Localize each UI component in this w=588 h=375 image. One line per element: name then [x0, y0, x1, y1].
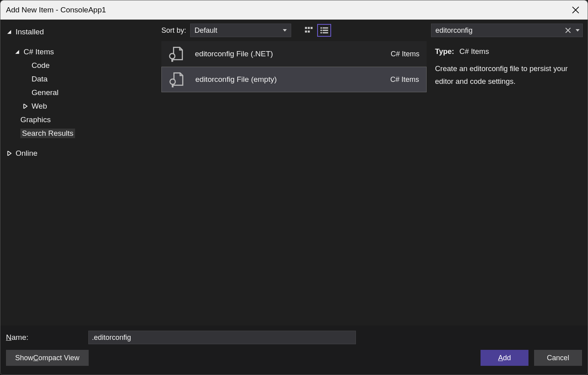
- name-row: Name:: [6, 331, 582, 344]
- svg-rect-17: [323, 32, 328, 33]
- tree-label: Graphics: [20, 115, 51, 124]
- tree-item-data[interactable]: Data: [0, 72, 161, 86]
- svg-point-14: [320, 30, 322, 31]
- svg-marker-2: [7, 30, 11, 34]
- editorconfig-file-icon: [167, 71, 185, 88]
- name-input[interactable]: [88, 331, 356, 344]
- tree-item-csharp[interactable]: C# Items: [0, 45, 161, 59]
- window-title: Add New Item - ConsoleApp1: [6, 6, 106, 14]
- tree-label: Code: [32, 61, 50, 70]
- svg-rect-19: [171, 59, 173, 62]
- svg-rect-7: [305, 27, 307, 29]
- tree-label: General: [32, 88, 59, 97]
- add-button[interactable]: Add: [481, 350, 528, 366]
- category-tree: Installed C# Items Code Data General Web…: [0, 20, 161, 325]
- details-panel: Type: C# Items Create an editorconfig fi…: [427, 20, 588, 325]
- svg-rect-11: [308, 31, 310, 32]
- svg-point-12: [320, 28, 322, 29]
- list-view-button[interactable]: [317, 24, 331, 37]
- svg-point-18: [170, 54, 175, 59]
- template-list: editorconfig File (.NET) C# Items editor…: [161, 41, 427, 325]
- chevron-down-icon: [283, 28, 287, 32]
- search-dropdown-button[interactable]: [573, 24, 582, 37]
- bottom-bar: Name: Show Compact View Add Cancel: [0, 325, 588, 375]
- svg-marker-5: [8, 151, 11, 156]
- svg-point-16: [320, 32, 322, 34]
- type-value: C# Items: [459, 47, 489, 56]
- svg-point-20: [170, 79, 175, 84]
- editorconfig-file-icon: [167, 45, 185, 63]
- chevron-down-icon: [576, 28, 580, 32]
- sort-by-dropdown[interactable]: Default: [190, 24, 291, 37]
- search-input[interactable]: [431, 26, 563, 35]
- template-category: C# Items: [391, 50, 419, 58]
- template-name: editorconfig File (empty): [195, 75, 277, 84]
- chevron-right-icon: [22, 103, 28, 109]
- svg-rect-21: [172, 84, 173, 87]
- center-panel: Sort by: Default: [161, 20, 427, 325]
- type-label: Type:: [435, 47, 454, 56]
- grid-icon: [305, 27, 313, 34]
- tree-label: C# Items: [24, 48, 54, 56]
- svg-marker-24: [576, 29, 580, 32]
- svg-marker-4: [24, 104, 27, 109]
- close-button[interactable]: [569, 4, 582, 16]
- center-header: Sort by: Default: [161, 24, 427, 41]
- sort-by-value: Default: [195, 26, 217, 35]
- template-name: editorconfig File (.NET): [195, 50, 273, 58]
- svg-rect-15: [323, 30, 328, 31]
- svg-rect-13: [323, 28, 328, 28]
- tree-item-graphics[interactable]: Graphics: [0, 113, 161, 127]
- tree-item-web[interactable]: Web: [0, 99, 161, 113]
- svg-rect-8: [308, 27, 310, 29]
- chevron-right-icon: [6, 150, 12, 157]
- template-details: Type: C# Items Create an editorconfig fi…: [431, 37, 583, 87]
- sort-by-label: Sort by:: [161, 26, 186, 35]
- name-label: Name:: [6, 333, 84, 342]
- list-icon: [320, 27, 328, 34]
- tree-label: Data: [32, 75, 48, 83]
- tree-item-online[interactable]: Online: [0, 147, 161, 160]
- svg-rect-10: [305, 31, 307, 32]
- search-box: [431, 24, 583, 37]
- tree-label: Search Results: [20, 129, 75, 138]
- svg-rect-9: [311, 27, 312, 29]
- template-item[interactable]: editorconfig File (.NET) C# Items: [161, 41, 427, 67]
- tree-item-code[interactable]: Code: [0, 59, 161, 72]
- button-row: Show Compact View Add Cancel: [6, 350, 582, 366]
- tree-label: Web: [32, 102, 47, 111]
- clear-search-button[interactable]: [563, 24, 573, 37]
- grid-view-button[interactable]: [302, 24, 316, 37]
- show-compact-view-button[interactable]: Show Compact View: [6, 350, 89, 366]
- template-description: Create an editorconfig file to persist y…: [435, 62, 579, 87]
- close-icon: [565, 28, 571, 33]
- title-bar: Add New Item - ConsoleApp1: [0, 0, 588, 20]
- svg-marker-6: [283, 29, 287, 32]
- tree-label: Online: [16, 149, 38, 158]
- cancel-button[interactable]: Cancel: [534, 350, 582, 366]
- view-mode-buttons: [302, 24, 331, 37]
- svg-marker-3: [15, 50, 19, 54]
- tree-item-search-results[interactable]: Search Results: [0, 127, 161, 140]
- chevron-down-icon: [14, 49, 20, 55]
- tree-label: Installed: [16, 28, 44, 36]
- tree-item-general[interactable]: General: [0, 86, 161, 99]
- close-icon: [572, 6, 579, 14]
- chevron-down-icon: [6, 29, 12, 35]
- template-item[interactable]: editorconfig File (empty) C# Items: [161, 67, 427, 92]
- main-area: Installed C# Items Code Data General Web…: [0, 20, 588, 325]
- template-category: C# Items: [390, 75, 419, 84]
- tree-item-installed[interactable]: Installed: [0, 25, 161, 39]
